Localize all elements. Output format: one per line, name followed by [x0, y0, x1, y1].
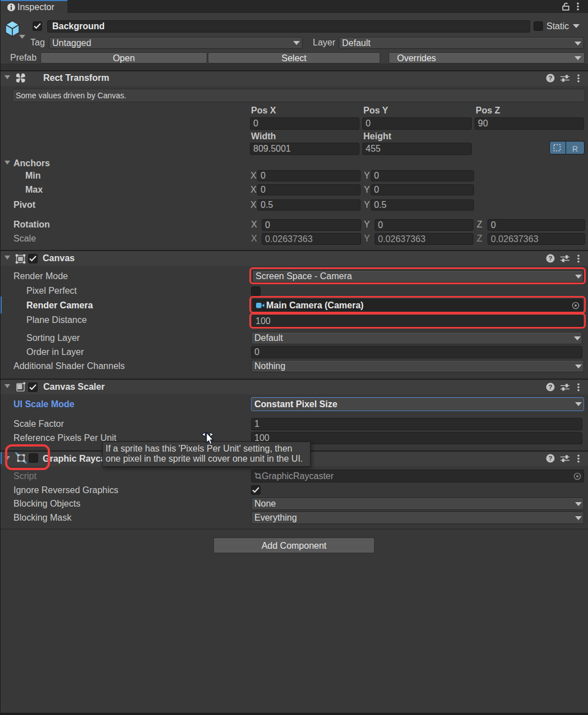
svg-text:?: ? [548, 255, 552, 262]
svg-text:?: ? [548, 455, 552, 462]
svg-text:?: ? [548, 75, 552, 81]
svg-text:?: ? [548, 384, 552, 390]
